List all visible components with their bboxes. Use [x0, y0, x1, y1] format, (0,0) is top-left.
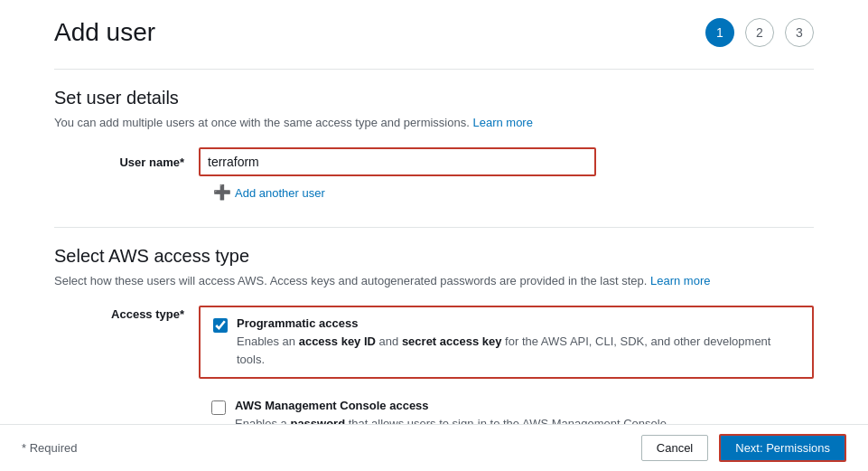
access-type-section: Select AWS access type Select how these … [54, 246, 814, 442]
step-indicators: 1 2 3 [705, 18, 814, 47]
add-another-user-row: ➕ Add another user [213, 185, 814, 200]
page-footer: * Required Cancel Next: Permissions [0, 424, 868, 471]
user-details-learn-more[interactable]: Learn more [472, 116, 532, 129]
programmatic-checkbox[interactable] [213, 318, 228, 333]
access-type-label: Access type* [54, 306, 199, 321]
programmatic-access-option: Programmatic access Enables an access ke… [199, 306, 814, 379]
step-3-circle: 3 [785, 18, 814, 47]
cancel-button[interactable]: Cancel [641, 435, 708, 461]
programmatic-option-text: Programmatic access Enables an access ke… [237, 316, 799, 368]
access-type-title: Select AWS access type [54, 246, 814, 267]
access-options: Programmatic access Enables an access ke… [199, 306, 814, 442]
footer-buttons: Cancel Next: Permissions [641, 434, 846, 462]
add-another-user-label: Add another user [235, 186, 325, 200]
section-divider [54, 227, 814, 228]
page-title: Add user [54, 18, 155, 47]
access-type-description: Select how these users will access AWS. … [54, 274, 814, 287]
header-divider [54, 69, 814, 70]
console-checkbox[interactable] [211, 400, 226, 415]
user-details-title: Set user details [54, 88, 814, 108]
user-details-section: Set user details You can add multiple us… [54, 88, 814, 200]
add-another-user-link[interactable]: ➕ Add another user [213, 185, 325, 200]
access-type-learn-more[interactable]: Learn more [650, 274, 710, 287]
console-option-title: AWS Management Console access [235, 399, 670, 412]
plus-icon: ➕ [213, 185, 231, 200]
required-note: * Required [22, 441, 77, 455]
username-row: User name* [54, 147, 814, 176]
access-type-row: Access type* Programmatic access Enables… [54, 306, 814, 442]
step-1-circle: 1 [705, 18, 734, 47]
step-2-circle: 2 [745, 18, 774, 47]
next-permissions-button[interactable]: Next: Permissions [719, 434, 846, 462]
programmatic-option-title: Programmatic access [237, 316, 799, 330]
username-label: User name* [54, 155, 199, 169]
user-details-description: You can add multiple users at once with … [54, 116, 814, 129]
programmatic-option-desc: Enables an access key ID and secret acce… [237, 333, 799, 368]
username-input[interactable] [199, 147, 596, 176]
